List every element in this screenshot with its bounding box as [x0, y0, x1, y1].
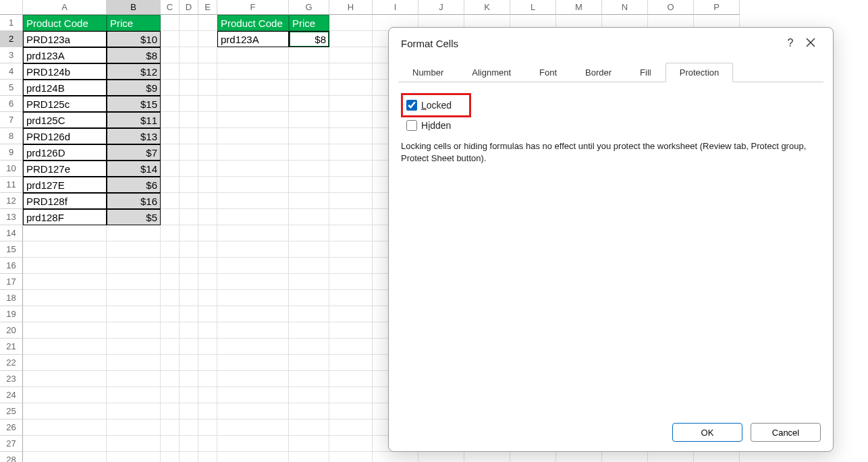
- cell[interactable]: [107, 420, 161, 436]
- cell[interactable]: [180, 258, 198, 274]
- cell[interactable]: [289, 177, 329, 193]
- cell[interactable]: [161, 128, 180, 144]
- cell[interactable]: [23, 225, 107, 241]
- tab-alignment[interactable]: Alignment: [458, 63, 525, 82]
- col-header-K[interactable]: K: [464, 0, 510, 15]
- row-header[interactable]: 3: [0, 47, 23, 63]
- cell[interactable]: [329, 403, 373, 420]
- cell[interactable]: [198, 274, 217, 290]
- row-header[interactable]: 12: [0, 193, 23, 209]
- cell[interactable]: [217, 452, 289, 462]
- cell[interactable]: [329, 144, 373, 161]
- col-header-A[interactable]: A: [23, 0, 107, 15]
- cell[interactable]: [289, 209, 329, 225]
- cancel-button[interactable]: Cancel: [751, 423, 821, 442]
- col-header-P[interactable]: P: [694, 0, 740, 15]
- cell[interactable]: [180, 452, 198, 462]
- cell[interactable]: [198, 420, 217, 436]
- cell[interactable]: [161, 339, 180, 355]
- cell[interactable]: [289, 339, 329, 355]
- row-header[interactable]: 8: [0, 128, 23, 144]
- select-all-corner[interactable]: [0, 0, 23, 15]
- cell[interactable]: Product Code: [217, 15, 289, 31]
- cell[interactable]: [23, 274, 107, 290]
- cell[interactable]: [107, 371, 161, 387]
- cell[interactable]: [23, 339, 107, 355]
- cell[interactable]: [180, 274, 198, 290]
- row-header[interactable]: 24: [0, 387, 23, 403]
- cell[interactable]: [289, 112, 329, 128]
- cell[interactable]: [180, 193, 198, 209]
- row-header[interactable]: 17: [0, 274, 23, 290]
- cell[interactable]: [180, 209, 198, 225]
- cell[interactable]: [180, 225, 198, 241]
- cell[interactable]: [329, 241, 373, 258]
- cell[interactable]: [289, 371, 329, 387]
- cell[interactable]: [329, 128, 373, 144]
- tab-font[interactable]: Font: [525, 63, 571, 82]
- row-header[interactable]: 7: [0, 112, 23, 128]
- cell[interactable]: $5: [107, 209, 161, 225]
- cell[interactable]: [289, 306, 329, 322]
- cell[interactable]: [289, 225, 329, 241]
- row-header[interactable]: 2: [0, 31, 23, 47]
- dialog-titlebar[interactable]: Format Cells ?: [389, 28, 833, 53]
- cell[interactable]: [329, 339, 373, 355]
- cell[interactable]: [161, 177, 180, 193]
- row-header[interactable]: 20: [0, 322, 23, 339]
- cell[interactable]: [198, 290, 217, 306]
- cell[interactable]: $8: [107, 47, 161, 63]
- cell[interactable]: [217, 47, 289, 63]
- cell[interactable]: $12: [107, 63, 161, 80]
- cell[interactable]: [161, 225, 180, 241]
- row-header[interactable]: 13: [0, 209, 23, 225]
- cell[interactable]: [180, 177, 198, 193]
- cell[interactable]: [329, 96, 373, 112]
- cell[interactable]: [198, 209, 217, 225]
- cell[interactable]: Price: [107, 15, 161, 31]
- cell[interactable]: prd127E: [23, 177, 107, 193]
- cell[interactable]: [198, 63, 217, 80]
- cell[interactable]: [180, 420, 198, 436]
- cell[interactable]: [180, 355, 198, 371]
- tab-number[interactable]: Number: [398, 63, 458, 82]
- cell[interactable]: [180, 322, 198, 339]
- cell[interactable]: [23, 420, 107, 436]
- cell[interactable]: [23, 436, 107, 452]
- cell[interactable]: [510, 452, 556, 462]
- cell[interactable]: [329, 47, 373, 63]
- cell[interactable]: [217, 306, 289, 322]
- row-header[interactable]: 9: [0, 144, 23, 161]
- cell[interactable]: [107, 339, 161, 355]
- cell[interactable]: [161, 96, 180, 112]
- cell[interactable]: [180, 63, 198, 80]
- cell[interactable]: [107, 403, 161, 420]
- cell[interactable]: [289, 47, 329, 63]
- row-header[interactable]: 14: [0, 225, 23, 241]
- cell[interactable]: prd123A: [217, 31, 289, 47]
- row-header[interactable]: 6: [0, 96, 23, 112]
- col-header-C[interactable]: C: [161, 0, 180, 15]
- cell[interactable]: [198, 96, 217, 112]
- col-header-E[interactable]: E: [198, 0, 217, 15]
- cell[interactable]: [180, 339, 198, 355]
- cell[interactable]: [107, 322, 161, 339]
- cell[interactable]: [217, 177, 289, 193]
- cell[interactable]: [23, 452, 107, 462]
- cell[interactable]: PRD126d: [23, 128, 107, 144]
- cell[interactable]: Product Code: [23, 15, 107, 31]
- col-header-F[interactable]: F: [217, 0, 289, 15]
- cell[interactable]: [161, 258, 180, 274]
- cell[interactable]: $16: [107, 193, 161, 209]
- cell[interactable]: [329, 161, 373, 177]
- cell[interactable]: [217, 161, 289, 177]
- row-header[interactable]: 23: [0, 371, 23, 387]
- cell[interactable]: [180, 144, 198, 161]
- cell[interactable]: [161, 371, 180, 387]
- row-header[interactable]: 28: [0, 452, 23, 462]
- cell[interactable]: [161, 80, 180, 96]
- cell[interactable]: [198, 128, 217, 144]
- col-header-I[interactable]: I: [373, 0, 418, 15]
- cell[interactable]: [198, 452, 217, 462]
- cell[interactable]: [217, 420, 289, 436]
